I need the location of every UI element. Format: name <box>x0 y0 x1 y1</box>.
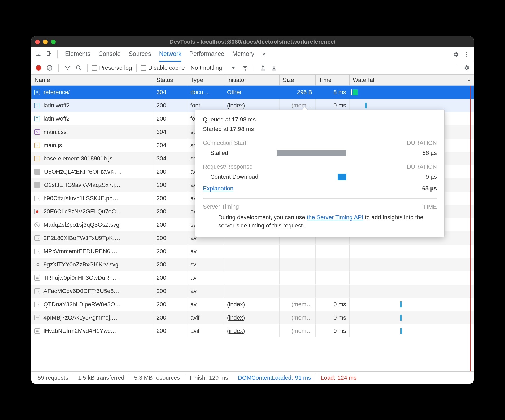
table-row[interactable]: ▭QTDnaY32hLDipeRW8e3O…200av(index)(mem…0… <box>31 298 474 311</box>
clear-icon[interactable] <box>45 63 54 72</box>
checkbox-icon <box>92 65 97 71</box>
sort-asc-icon: ▲ <box>467 78 471 82</box>
request-status: 200 <box>153 112 187 125</box>
table-row[interactable]: ▭TRFujw0pi0nHF3GwDuRn.…200av <box>31 271 474 285</box>
tab-elements[interactable]: Elements <box>65 47 90 62</box>
column-time[interactable]: Time <box>316 75 350 85</box>
divider <box>254 64 254 72</box>
request-initiator <box>224 245 280 258</box>
settings-icon[interactable] <box>451 50 460 59</box>
disable-cache-checkbox[interactable]: Disable cache <box>141 64 185 71</box>
throttling-value: No throttling <box>191 64 222 71</box>
request-status: 200 <box>153 165 187 178</box>
more-tabs-button[interactable]: » <box>262 47 266 62</box>
record-button[interactable] <box>34 63 43 72</box>
request-type: av <box>187 285 224 298</box>
request-name: latin.woff2 <box>43 115 70 122</box>
tab-network[interactable]: Network <box>159 47 181 62</box>
request-time <box>316 271 350 284</box>
table-row[interactable]: ≡reference/304docu…Other296 B8 ms <box>31 86 474 99</box>
request-size <box>280 258 316 271</box>
table-row[interactable]: ▭4pIMBj7zOAk1y5Agmmoj.…200avif(index)(me… <box>31 311 474 324</box>
table-header: Name Status Type Initiator Size Time Wat… <box>31 75 474 86</box>
kebab-menu-icon[interactable] <box>462 50 471 59</box>
table-row[interactable]: ▭lHvzbNUlrm2Mvd4H1Ywc.…200avif(index)(me… <box>31 324 474 338</box>
filter-icon[interactable] <box>63 63 72 72</box>
request-type: av <box>187 298 224 311</box>
maximize-window-button[interactable] <box>51 40 56 44</box>
tab-memory[interactable]: Memory <box>232 47 254 62</box>
request-name: 4pIMBj7zOAk1y5Agmmoj.… <box>43 314 117 321</box>
request-status: 200 <box>153 245 187 258</box>
initiator-link[interactable]: (index) <box>227 327 245 334</box>
initiator-link[interactable]: (index) <box>227 301 245 308</box>
titlebar: DevTools - localhost:8080/docs/devtools/… <box>31 36 474 47</box>
request-name: h90CtfziXluvh1LSSKJE.pn… <box>43 195 119 202</box>
request-status: 200 <box>153 258 187 271</box>
explanation-link[interactable]: Explanation <box>203 185 233 192</box>
tab-performance[interactable]: Performance <box>189 47 224 62</box>
throttling-select[interactable]: No throttling <box>191 64 236 71</box>
request-initiator <box>224 285 280 298</box>
request-time <box>316 285 350 298</box>
load-event-line <box>470 86 471 371</box>
upload-har-icon[interactable] <box>258 63 267 72</box>
preserve-log-checkbox[interactable]: Preserve log <box>92 64 132 71</box>
search-icon[interactable] <box>74 63 83 72</box>
server-timing-api-link[interactable]: the Server Timing API <box>307 214 363 221</box>
request-name: main.js <box>43 142 62 149</box>
download-har-icon[interactable] <box>269 63 278 72</box>
divider <box>57 50 58 58</box>
column-waterfall[interactable]: Waterfall ▲ <box>350 75 474 85</box>
status-domcontentloaded: DOMContentLoaded:91 ms <box>233 374 316 382</box>
svg-point-7 <box>76 66 80 69</box>
device-toggle-icon[interactable] <box>45 50 54 59</box>
main-tabs-row: Elements Console Sources Network Perform… <box>31 47 474 61</box>
duration-label: DURATION <box>407 163 437 170</box>
request-status: 304 <box>153 86 187 99</box>
close-window-button[interactable] <box>35 40 40 44</box>
table-row[interactable]: ✲9gzXiTYY0nZzBxGI6KrV.svg200sv <box>31 258 474 271</box>
table-row[interactable]: ▭MPcVmmemtEEDURBN6l…200av <box>31 245 474 258</box>
request-status: 200 <box>153 231 187 244</box>
request-status: 304 <box>153 152 187 165</box>
request-initiator <box>224 258 280 271</box>
request-name: MadqZslZpo1sj3qQ3GsZ.svg <box>43 221 119 228</box>
table-row[interactable]: ▭AFacMOgv6D0CFTr6U5e8.…200av <box>31 285 474 298</box>
server-timing-hint: During development, you can use the Serv… <box>203 213 437 230</box>
column-status[interactable]: Status <box>153 75 187 85</box>
network-settings-icon[interactable] <box>462 63 471 72</box>
column-size[interactable]: Size <box>280 75 316 85</box>
request-type: docu… <box>187 86 224 99</box>
tab-sources[interactable]: Sources <box>129 47 151 62</box>
request-size: (mem… <box>280 298 316 311</box>
request-status: 200 <box>153 99 187 112</box>
svg-point-8 <box>245 69 246 70</box>
request-name: base-element-3018901b.js <box>43 155 113 162</box>
stalled-label: Stalled <box>203 150 277 156</box>
request-status: 200 <box>153 285 187 298</box>
request-time: 0 ms <box>316 311 350 324</box>
window-title: DevTools - localhost:8080/docs/devtools/… <box>169 38 336 45</box>
request-name: O2sIJEHG9avKV4aqzSx7.j… <box>44 182 121 189</box>
initiator-link[interactable]: (index) <box>227 102 245 109</box>
request-type: av <box>187 245 224 258</box>
network-conditions-icon[interactable] <box>241 63 250 72</box>
inspect-icon[interactable] <box>34 50 43 59</box>
request-name: main.css <box>43 129 67 135</box>
column-name[interactable]: Name <box>31 75 153 85</box>
column-initiator[interactable]: Initiator <box>224 75 280 85</box>
content-download-value: 9 µs <box>413 173 437 180</box>
request-type: av <box>187 271 224 284</box>
request-initiator: (index) <box>224 298 280 311</box>
request-name: 2P2L80XfBoFWJFxU9TpK.… <box>43 235 120 242</box>
request-type: avif <box>187 311 224 324</box>
minimize-window-button[interactable] <box>43 40 48 44</box>
chevron-down-icon <box>232 67 235 69</box>
request-time: 0 ms <box>316 298 350 311</box>
initiator-link[interactable]: (index) <box>227 314 245 321</box>
duration-label: DURATION <box>407 139 437 146</box>
status-requests: 59 requests <box>33 374 73 382</box>
tab-console[interactable]: Console <box>98 47 121 62</box>
column-type[interactable]: Type <box>187 75 224 85</box>
